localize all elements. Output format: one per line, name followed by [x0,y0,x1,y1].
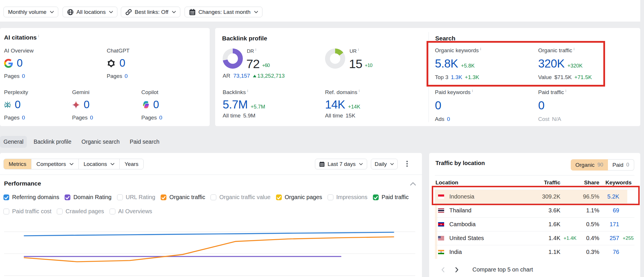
keywords-link[interactable]: 69 [613,207,619,214]
next-page-icon[interactable] [454,267,459,273]
column-share[interactable]: Share [568,175,599,190]
metric-checkbox-ai-overviews[interactable]: AI Overviews [110,208,152,215]
info-icon[interactable]: i [256,47,256,52]
traffic-cell: 309.2K [514,190,560,203]
traffic-value-delta: +71.5K [574,74,592,80]
info-icon[interactable]: i [565,89,566,93]
locations-filter-button[interactable]: All locations [63,7,117,17]
info-icon[interactable]: i [359,89,360,93]
organic-traffic-value[interactable]: 320K [538,57,564,70]
ai-pages-row: Pages0 [4,115,28,121]
info-icon[interactable]: i [480,47,481,51]
top3-value[interactable]: 1.3K [451,74,462,80]
ai-citation-item: Copilot 0 Pages0 [141,89,162,121]
flag-kh-icon [438,222,444,227]
paid-traffic-value[interactable]: 0 [538,99,545,112]
segment-competitors[interactable]: Competitors [31,159,78,169]
metric-checkbox-impressions[interactable]: Impressions [328,194,367,201]
ref-domains-stat: Ref. domainsi 14K+14K All time15K [325,89,360,119]
checkbox [276,194,282,200]
monthly-volume-filter-button[interactable]: Monthly volume [3,7,58,17]
view-segmented-control: MetricsCompetitorsLocationsYears [3,159,144,169]
date-range-button[interactable]: Last 7 days [315,159,367,169]
metric-checkbox-crawled-pages[interactable]: Crawled pages [57,208,104,215]
info-icon[interactable]: i [38,34,39,38]
metric-checkbox-referring-domains[interactable]: Referring domains [3,194,59,201]
tab-backlink-profile[interactable]: Backlink profile [30,136,75,148]
changes-filter-button[interactable]: Changes: Last month [185,7,262,17]
ai-citations-value[interactable]: 0 [84,99,90,111]
organic-keywords-value[interactable]: 5.8K [435,57,458,70]
organic-toggle[interactable]: Organic90 [571,159,608,171]
check-icon [65,195,70,200]
keywords-cell: 257 [596,231,619,245]
copilot-icon [141,101,149,109]
metric-checkbox-paid-traffic[interactable]: Paid traffic [373,194,409,201]
backlinks-label: Backlinksi [223,89,265,96]
locations-table: Location Traffic Share Keywords Indonesi… [435,175,634,259]
metric-checkbox-url-rating[interactable]: URL Rating [117,194,155,201]
performance-card: MetricsCompetitorsLocationsYears Last 7 … [0,153,422,277]
segment-years[interactable]: Years [119,159,143,169]
location-row-india: India 1.1K 0.3% 76 [435,245,634,259]
info-icon[interactable]: i [472,89,473,93]
info-icon[interactable]: i [574,47,574,51]
paid-keywords-value[interactable]: 0 [435,99,441,112]
country-name: Indonesia [449,193,474,200]
keywords-link[interactable]: 257 [610,235,619,242]
organic-paid-toggle: Organic90 Paid0 [571,159,634,171]
ai-citation-item: Perplexity 0 Pages0 [4,89,28,121]
compare-top5-button[interactable]: Compare top 5 on chart [472,266,533,273]
paid-toggle[interactable]: Paid0 [608,159,634,171]
info-icon[interactable]: i [247,89,248,93]
metric-checkbox-paid-traffic-cost[interactable]: Paid traffic cost [3,208,51,215]
column-keywords[interactable]: Keywords [605,175,632,190]
ai-pages-value[interactable]: 0 [90,115,93,121]
backlinks-value[interactable]: 5.7M [223,98,248,111]
metric-checkbox-organic-pages[interactable]: Organic pages [276,194,322,201]
more-options-button[interactable] [406,161,408,168]
metric-checkbox-domain-rating[interactable]: Domain Rating [65,194,111,201]
ai-pages-value[interactable]: 0 [159,115,162,121]
share-cell: 0.3% [568,245,599,259]
info-icon[interactable]: i [358,47,359,52]
traffic-cell: 3.6K [514,204,560,217]
granularity-button[interactable]: Daily [371,159,398,169]
ai-pages-value[interactable]: 0 [22,115,25,121]
metric-checkbox-organic-traffic[interactable]: Organic traffic [161,194,205,201]
ar-row: AR 73,15713,252,713 [223,73,285,79]
ai-pages-value[interactable]: 0 [125,73,128,79]
segment-metrics[interactable]: Metrics [4,159,31,169]
column-location[interactable]: Location [435,175,458,190]
tab-organic-search[interactable]: Organic search [78,136,123,148]
ai-pages-row: Pages0 [72,115,93,121]
metric-checkbox-organic-traffic-value[interactable]: Organic traffic value [211,194,271,201]
series-organic-traffic [24,237,394,262]
ai-pages-value[interactable]: 0 [22,73,25,79]
ai-citations-value[interactable]: 0 [153,99,159,111]
backlinks-delta: +5.7M [251,104,265,110]
collapse-chevron-icon[interactable] [410,182,416,186]
ai-citations-value[interactable]: 0 [119,57,125,69]
column-traffic[interactable]: Traffic [514,175,560,190]
tab-general[interactable]: General [0,136,27,148]
keywords-link[interactable]: 5.2K [607,193,619,200]
prev-page-icon[interactable] [440,267,446,273]
backlinks-alltime: All time5.9M [223,113,265,119]
keywords-link[interactable]: 76 [613,249,619,255]
backlink-search-card: Backlink profile DRi 72+60 AR 73,15713,2… [215,28,640,126]
flag-us-icon [438,236,444,240]
ai-citations-value[interactable]: 0 [15,99,21,111]
keywords-link[interactable]: 171 [610,221,619,228]
segment-locations[interactable]: Locations [78,159,119,169]
ads-value[interactable]: 0 [447,116,450,122]
best-links-filter-button[interactable]: Best links: Off [121,7,180,17]
ai-citations-value[interactable]: 0 [17,57,23,69]
keywords-cell: 76 [596,245,619,259]
paid-keywords-label: Paid keywordsi [435,89,473,96]
ref-domains-value[interactable]: 14K [325,98,345,111]
tab-paid-search[interactable]: Paid search [126,136,163,148]
ar-value-link[interactable]: 73,157 [233,73,250,79]
flag-th-icon [438,208,444,213]
country-name: Thailand [449,207,472,214]
